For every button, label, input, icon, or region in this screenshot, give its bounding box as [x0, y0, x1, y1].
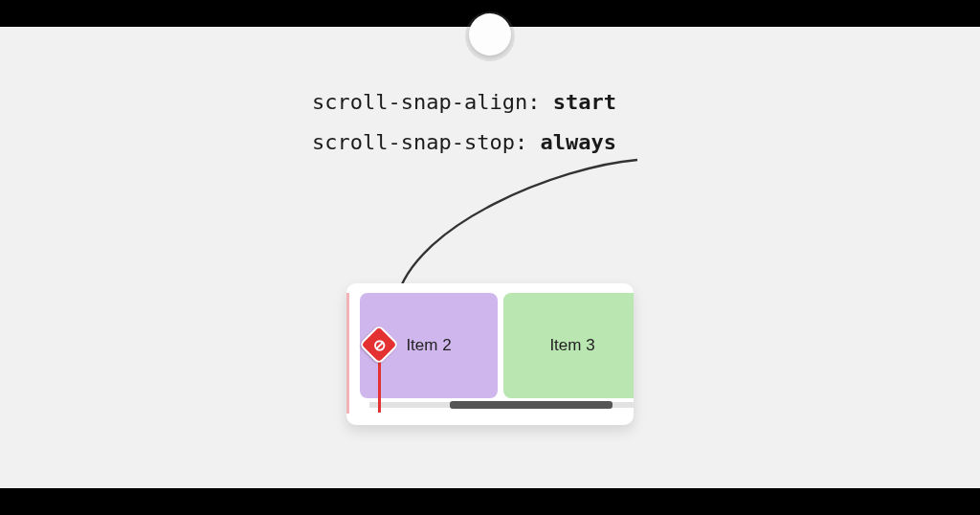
- scroll-item-3[interactable]: Item 3: [503, 293, 634, 398]
- stop-sign-pole: [378, 355, 381, 413]
- snap-edge-indicator: [346, 293, 349, 414]
- css-code-block: scroll-snap-align: start scroll-snap-sto…: [312, 82, 616, 163]
- stop-sign-icon: ⊘: [365, 330, 393, 413]
- no-entry-glyph: ⊘: [373, 336, 386, 354]
- scroll-item-label: Item 2: [406, 336, 451, 355]
- letterbox-bottom: [0, 488, 980, 515]
- scroll-item-label: Item 3: [549, 336, 594, 355]
- css-property: scroll-snap-stop:: [312, 130, 527, 154]
- css-property: scroll-snap-align:: [312, 90, 540, 114]
- drag-indicator-dot: [469, 13, 511, 56]
- scrollbar-track[interactable]: [369, 402, 634, 408]
- scrollbar-thumb[interactable]: [450, 401, 612, 409]
- css-value: always: [540, 130, 615, 154]
- css-value: start: [553, 90, 616, 114]
